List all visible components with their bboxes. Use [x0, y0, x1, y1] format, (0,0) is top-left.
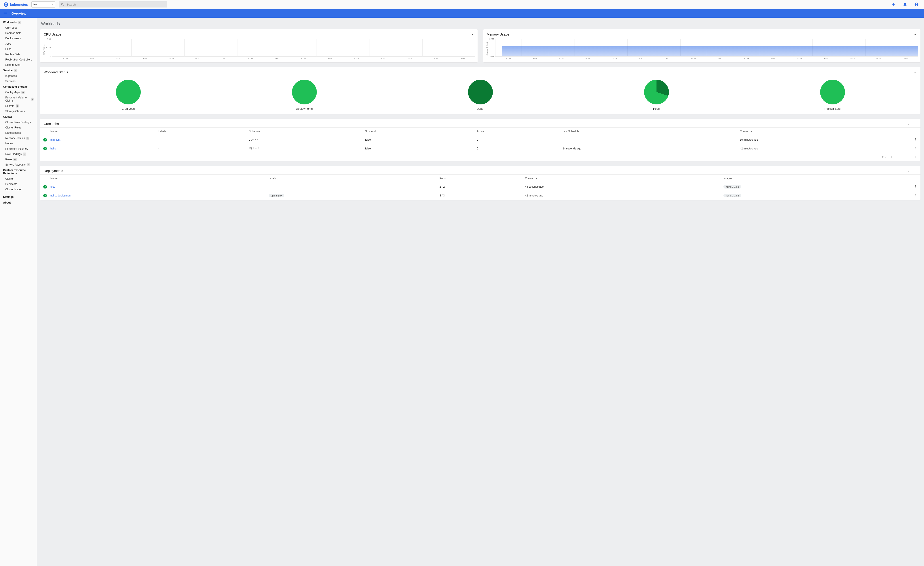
col-header[interactable]: Created	[738, 127, 911, 135]
sidebar-item[interactable]: Persistent Volume ClaimsN	[0, 95, 37, 103]
col-header[interactable]: Active	[475, 127, 561, 135]
sidebar-category-label: Custom Resource Definitions	[3, 169, 34, 175]
pager-range: 1 – 2 of 2	[875, 156, 886, 159]
namespace-selector[interactable]: test	[32, 1, 55, 7]
cell-created: 42 minutes ago	[525, 194, 543, 197]
filter-icon[interactable]	[907, 169, 910, 173]
collapse-icon[interactable]	[914, 169, 917, 173]
sidebar-item[interactable]: Cluster	[0, 176, 37, 181]
x-tick: 10:36	[522, 57, 548, 60]
sidebar-item[interactable]: Network PoliciesN	[0, 136, 37, 141]
sidebar-item-label: Service Accounts	[5, 163, 26, 166]
sidebar-item-label: Pods	[5, 48, 11, 51]
sidebar-item[interactable]: RolesN	[0, 157, 37, 162]
notifications-button[interactable]	[901, 2, 909, 7]
page-last-icon[interactable]	[913, 155, 916, 159]
col-header[interactable]: Schedule	[247, 127, 363, 135]
x-tick: 10:40	[184, 57, 211, 60]
row-actions-menu[interactable]	[914, 147, 917, 151]
col-header[interactable]: Last Schedule	[561, 127, 738, 135]
cell-created: 48 seconds ago	[525, 185, 544, 188]
deployment-link[interactable]: test	[50, 185, 54, 188]
sidebar-item-label: Cluster Role Bindings	[5, 121, 31, 124]
sidebar-category[interactable]: Cluster	[0, 114, 37, 120]
sidebar-item[interactable]: SecretsN	[0, 103, 37, 109]
table-row: hello - */1 * * * * false 0 24 seconds a…	[40, 144, 921, 153]
col-header[interactable]: Suspend	[363, 127, 475, 135]
status-label: Replica Sets	[824, 107, 840, 110]
status-pie	[644, 80, 669, 105]
col-header[interactable]: Labels	[157, 127, 247, 135]
y-tick: 0.005	[46, 46, 51, 49]
col-header[interactable]: Pods	[438, 175, 523, 182]
sidebar-item[interactable]: Stateful Sets	[0, 62, 37, 67]
col-header[interactable]: Name	[49, 127, 157, 135]
sidebar-item[interactable]: Replica Sets	[0, 52, 37, 57]
account-button[interactable]	[912, 2, 921, 7]
collapse-icon[interactable]	[914, 33, 917, 36]
x-tick: 10:35	[52, 57, 79, 60]
sidebar-item[interactable]: Namespaces	[0, 130, 37, 136]
page-first-icon[interactable]	[890, 155, 894, 159]
sidebar-item[interactable]: Config MapsN	[0, 90, 37, 95]
sidebar-item[interactable]: Jobs	[0, 41, 37, 46]
create-button[interactable]	[890, 2, 897, 7]
sidebar-category[interactable]: Custom Resource Definitions	[0, 167, 37, 176]
sidebar-item[interactable]: Cron Jobs	[0, 25, 37, 30]
sidebar-item[interactable]: Cluster Role Bindings	[0, 120, 37, 125]
sidebar-item[interactable]: Persistent Volumes	[0, 146, 37, 151]
namespace-badge: N	[21, 91, 24, 94]
sidebar-footer-item[interactable]: About	[0, 200, 37, 205]
collapse-icon[interactable]	[914, 122, 917, 126]
workload-status-item[interactable]: Jobs	[392, 80, 568, 110]
page-prev-icon[interactable]	[898, 155, 902, 159]
label-chip: app: nginx	[268, 194, 284, 197]
row-actions-menu[interactable]	[914, 186, 917, 189]
cell-created: 36 minutes ago	[740, 138, 758, 141]
cronjob-link[interactable]: midnight	[50, 138, 60, 141]
deployment-link[interactable]: nginx-deployment	[50, 194, 71, 197]
sidebar-item[interactable]: Certificate	[0, 181, 37, 187]
col-header[interactable]: Images	[722, 175, 911, 182]
sidebar-item-label: Cron Jobs	[5, 26, 18, 29]
y-tick: 10 Mi	[489, 38, 494, 40]
workload-status-item[interactable]: Pods	[568, 80, 744, 110]
menu-button[interactable]	[3, 11, 8, 16]
sidebar-item[interactable]: Cluster Issuer	[0, 187, 37, 192]
cronjob-link[interactable]: hello	[50, 147, 56, 150]
sidebar-item[interactable]: Cluster Roles	[0, 125, 37, 130]
sidebar-item[interactable]: Deployments	[0, 36, 37, 41]
collapse-icon[interactable]	[471, 33, 474, 36]
page-next-icon[interactable]	[906, 155, 909, 159]
sidebar-item[interactable]: Services	[0, 79, 37, 84]
sidebar-category[interactable]: ServiceN	[0, 67, 37, 73]
status-label: Jobs	[477, 107, 483, 110]
sidebar-category[interactable]: WorkloadsN	[0, 19, 37, 25]
workload-status-item[interactable]: Replica Sets	[744, 80, 921, 110]
sidebar-category[interactable]: Config and Storage	[0, 84, 37, 90]
workload-status-item[interactable]: Cron Jobs	[40, 80, 216, 110]
cron-jobs-table: NameLabelsScheduleSuspendActiveLast Sche…	[40, 127, 921, 153]
sidebar-footer-item[interactable]: Settings	[0, 194, 37, 200]
sidebar-item[interactable]: Replication Controllers	[0, 57, 37, 62]
sidebar-item[interactable]: Storage Classes	[0, 109, 37, 114]
col-header[interactable]: Created	[523, 175, 722, 182]
row-actions-menu[interactable]	[914, 195, 917, 198]
workload-status-item[interactable]: Deployments	[216, 80, 392, 110]
col-header[interactable]: Labels	[267, 175, 438, 182]
namespace-badge: N	[16, 105, 19, 108]
sidebar-item[interactable]: Role BindingsN	[0, 151, 37, 157]
sidebar-item[interactable]: Ingresses	[0, 73, 37, 79]
sidebar-item[interactable]: Daemon Sets	[0, 30, 37, 36]
collapse-icon[interactable]	[914, 70, 917, 74]
search-input[interactable]	[66, 3, 165, 6]
search-bar[interactable]	[59, 1, 167, 7]
brand[interactable]: kubernetes	[3, 2, 28, 7]
sidebar-item[interactable]: Nodes	[0, 141, 37, 146]
sidebar-item[interactable]: Pods	[0, 46, 37, 52]
col-header[interactable]: Name	[49, 175, 267, 182]
row-actions-menu[interactable]	[914, 139, 917, 142]
main: Workloads CPU Usage CPU (cores) 0.010.00…	[37, 18, 924, 566]
filter-icon[interactable]	[907, 122, 910, 126]
sidebar-item[interactable]: Service AccountsN	[0, 162, 37, 167]
